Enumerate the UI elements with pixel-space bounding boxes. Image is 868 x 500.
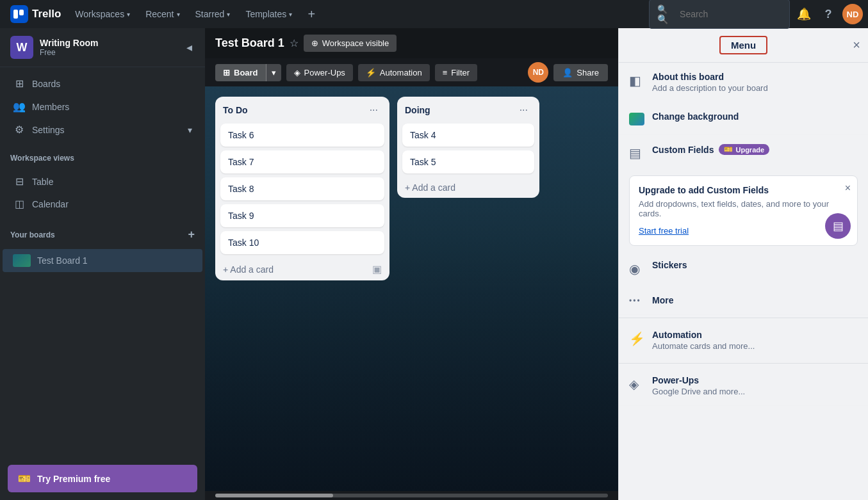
board-view-chevron-button[interactable]: ▾: [266, 64, 281, 81]
filter-button[interactable]: ≡ Filter: [435, 64, 477, 81]
svg-rect-1: [19, 10, 24, 15]
upgrade-tooltip: × Upgrade to add Custom Fields Add dropd…: [629, 175, 858, 246]
add-card-todo-label: + Add a card: [223, 264, 274, 275]
power-ups-label: Power-Ups: [304, 68, 345, 77]
sidebar-calendar-label: Calendar: [32, 199, 192, 209]
automation-button[interactable]: ⚡ Automation: [358, 64, 430, 81]
list-todo-cards: Task 6 Task 7 Task 8 Task 9 Task 10: [215, 124, 389, 258]
main-layout: W Writing Room Free ◂ ⊞ Boards 👥 Members…: [0, 28, 868, 500]
workspace-views-nav: ⊟ Table ◫ Calendar: [0, 165, 205, 220]
your-boards-section: Your boards +: [0, 220, 205, 244]
sidebar-boards-label: Boards: [32, 79, 192, 89]
card-task6[interactable]: Task 6: [220, 124, 384, 147]
workspace-plan: Free: [40, 48, 177, 57]
sidebar-item-members[interactable]: 👥 Members +: [3, 95, 202, 118]
sidebar-item-calendar[interactable]: ◫ Calendar: [3, 193, 202, 215]
board-name: Test Board 1: [37, 255, 88, 266]
board-star-button[interactable]: ☆: [290, 37, 299, 49]
try-premium-button[interactable]: 🎫 Try Premium free: [8, 465, 197, 492]
menu-item-background[interactable]: Change background: [619, 102, 868, 135]
menu-item-powerups[interactable]: ◈ Power-Ups Google Drive and more...: [619, 366, 868, 406]
upgrade-tooltip-link[interactable]: Start free trial: [639, 226, 689, 236]
menu-item-about[interactable]: ◧ About this board Add a description to …: [619, 63, 868, 102]
menu-item-automation[interactable]: ⚡ Automation Automate cards and more...: [619, 321, 868, 360]
help-button[interactable]: ?: [818, 4, 839, 24]
trello-logo[interactable]: Trello: [5, 5, 66, 23]
search-input[interactable]: [680, 9, 782, 19]
workspace-visible-button[interactable]: ⊕ Workspace visible: [304, 35, 397, 52]
power-ups-icon: ◈: [294, 68, 300, 77]
card-task10[interactable]: Task 10: [220, 231, 384, 254]
topnav: Trello Workspaces ▾ Recent ▾ Starred ▾ T…: [0, 0, 868, 28]
card-template-icon: ▣: [372, 263, 382, 275]
user-avatar[interactable]: ND: [842, 4, 863, 24]
board-scrollbar[interactable]: [205, 491, 618, 500]
sidebar-item-table[interactable]: ⊟ Table: [3, 170, 202, 193]
board-header: Test Board 1 ☆ ⊕ Workspace visible: [205, 28, 618, 58]
templates-menu[interactable]: Templates ▾: [239, 5, 299, 23]
search-box[interactable]: 🔍: [649, 0, 790, 29]
search-icon: 🔍: [657, 4, 675, 24]
automation-menu-desc: Automate cards and more...: [652, 341, 858, 351]
workspace-name: Writing Room: [40, 38, 177, 48]
automation-menu-title: Automation: [652, 330, 858, 340]
scroll-track: [215, 494, 608, 497]
about-desc: Add a description to your board: [652, 83, 858, 93]
automation-label: Automation: [380, 68, 422, 77]
upgrade-badge-label: Upgrade: [735, 146, 764, 154]
about-title: About this board: [652, 72, 858, 82]
notifications-button[interactable]: 🔔: [794, 4, 814, 24]
collapse-sidebar-button[interactable]: ◂: [184, 38, 195, 57]
card-task5[interactable]: Task 5: [402, 150, 534, 173]
menu-divider-2: [619, 363, 868, 364]
workspaces-chevron-icon: ▾: [127, 11, 130, 18]
create-button[interactable]: +: [301, 4, 322, 24]
share-icon: 👤: [562, 68, 573, 77]
table-icon: ⊟: [13, 175, 26, 188]
powerups-content: Power-Ups Google Drive and more...: [652, 375, 858, 396]
scroll-thumb[interactable]: [215, 494, 333, 497]
power-ups-button[interactable]: ◈ Power-Ups: [286, 64, 353, 81]
board-view-button[interactable]: ⊞ Board: [215, 64, 266, 81]
share-button[interactable]: 👤 Share: [553, 64, 608, 81]
add-card-todo-button[interactable]: + Add a card ▣: [215, 258, 389, 280]
topnav-right: 🔍 🔔 ? ND: [649, 0, 863, 29]
sidebar-item-boards[interactable]: ⊞ Boards: [3, 72, 202, 95]
boards-list: Test Board 1: [0, 244, 205, 277]
filter-label: Filter: [451, 68, 470, 77]
menu-panel: Menu × ◧ About this board Add a descript…: [618, 28, 868, 500]
upgrade-tooltip-desc: Add dropdowns, text fields, dates, and m…: [639, 199, 848, 218]
list-todo-menu-button[interactable]: ···: [366, 103, 382, 117]
add-card-doing-button[interactable]: + Add a card: [397, 177, 539, 198]
background-content: Change background: [652, 111, 858, 122]
card-task7[interactable]: Task 7: [220, 150, 384, 173]
card-task4[interactable]: Task 4: [402, 124, 534, 147]
workspace-avatar: W: [10, 36, 33, 59]
sidebar-board-test-board-1[interactable]: Test Board 1: [3, 249, 202, 272]
board-title: Test Board 1: [215, 36, 284, 50]
menu-item-more[interactable]: ••• More: [619, 286, 868, 315]
menu-close-button[interactable]: ×: [853, 38, 860, 52]
starred-menu[interactable]: Starred ▾: [189, 5, 237, 23]
about-icon: ◧: [629, 73, 644, 88]
list-doing-menu-button[interactable]: ···: [516, 103, 532, 117]
card-task8[interactable]: Task 8: [220, 177, 384, 200]
powerups-menu-icon: ◈: [629, 376, 644, 392]
stickers-title: Stickers: [652, 260, 858, 270]
add-board-button[interactable]: +: [188, 228, 195, 241]
sidebar: W Writing Room Free ◂ ⊞ Boards 👥 Members…: [0, 28, 205, 500]
menu-item-stickers[interactable]: ◉ Stickers: [619, 251, 868, 286]
workspaces-menu[interactable]: Workspaces ▾: [69, 5, 136, 23]
sidebar-bottom: 🎫 Try Premium free: [0, 457, 205, 500]
your-boards-label: Your boards: [10, 230, 55, 239]
workspace-views-label: Workspace views: [10, 154, 74, 163]
menu-item-custom-fields[interactable]: ▤ Custom Fields 🎫 Upgrade: [619, 135, 868, 170]
recent-menu[interactable]: Recent ▾: [139, 5, 186, 23]
menu-divider-1: [619, 318, 868, 318]
board-view-label: Board: [234, 68, 258, 77]
card-task9[interactable]: Task 9: [220, 204, 384, 227]
upgrade-tooltip-close-button[interactable]: ×: [845, 182, 851, 194]
board-member-avatar[interactable]: ND: [528, 62, 548, 83]
sidebar-item-settings[interactable]: ⚙ Settings ▾: [3, 118, 202, 141]
bell-icon: 🔔: [797, 7, 811, 21]
